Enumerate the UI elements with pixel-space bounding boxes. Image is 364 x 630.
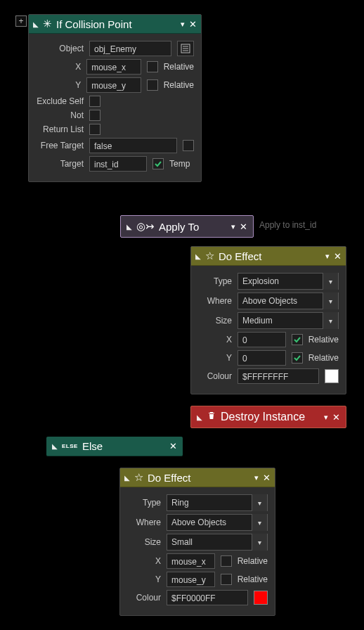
y-input[interactable]: mouse_y	[86, 77, 141, 93]
node-title: Do Effect	[148, 472, 250, 484]
node-apply-to[interactable]: ◣ ◎↣ Apply To ▾ ✕	[120, 215, 254, 238]
exclude-self-checkbox[interactable]	[89, 96, 100, 107]
else-badge-icon: ELSE	[62, 443, 78, 449]
label-colour: Colour	[198, 371, 232, 381]
relative-label: Relative	[238, 574, 268, 584]
chevron-down-icon[interactable]: ▾	[252, 494, 267, 511]
relative-x-label: Relative	[164, 62, 194, 72]
close-icon[interactable]: ✕	[332, 412, 340, 423]
collapse-triangle-icon[interactable]: ◣	[126, 223, 132, 231]
label-colour: Colour	[127, 593, 161, 603]
label-size: Size	[198, 316, 232, 326]
label-type: Type	[127, 498, 161, 508]
node-destroy-instance[interactable]: ◣ Destroy Instance ▾ ✕	[190, 406, 346, 428]
relative-x-checkbox[interactable]	[147, 61, 157, 72]
temp-checkbox[interactable]	[152, 158, 164, 169]
apply-to-icon: ◎↣	[136, 220, 155, 233]
node-if-collision-point[interactable]: ◣ ✳ If Collision Point ▾ ✕ Object obj_En…	[28, 14, 202, 182]
chevron-down-icon[interactable]: ▾	[231, 222, 235, 231]
trash-icon	[207, 411, 216, 423]
collapse-triangle-icon[interactable]: ◣	[195, 252, 201, 260]
star-icon: ☆	[205, 250, 214, 262]
free-target-checkbox[interactable]	[183, 140, 194, 151]
relative-y-checkbox[interactable]	[147, 79, 157, 91]
collapse-triangle-icon[interactable]: ◣	[124, 474, 130, 482]
colour-input[interactable]: $FFFFFFFF	[238, 368, 319, 384]
close-icon[interactable]: ✕	[334, 251, 342, 262]
relative-y-checkbox[interactable]	[221, 574, 232, 585]
colour-swatch[interactable]	[254, 591, 268, 605]
node-title: If Collision Point	[56, 18, 176, 30]
x-input[interactable]: mouse_x	[86, 59, 141, 75]
chevron-down-icon[interactable]: ▾	[324, 413, 328, 422]
label-x: X	[36, 62, 81, 72]
label-x: X	[127, 556, 161, 566]
label-where: Where	[127, 518, 161, 527]
type-select[interactable]: Ring▾	[167, 494, 268, 511]
collapse-triangle-icon[interactable]: ◣	[33, 20, 39, 28]
return-list-checkbox[interactable]	[89, 124, 100, 135]
chevron-down-icon[interactable]: ▾	[252, 514, 267, 531]
object-picker-button[interactable]	[177, 41, 194, 56]
apply-to-side-label: Apply to inst_id	[259, 220, 316, 230]
label-target: Target	[36, 159, 84, 169]
where-select[interactable]: Above Objects▾	[238, 292, 339, 309]
collapse-triangle-icon[interactable]: ◣	[197, 413, 202, 421]
chevron-down-icon[interactable]: ▾	[323, 273, 338, 290]
label-not: Not	[36, 110, 84, 120]
relative-label: Relative	[238, 556, 268, 566]
node-else[interactable]: ◣ ELSE Else ✕	[46, 437, 183, 456]
node-do-effect-2[interactable]: ◣ ☆ Do Effect ▾ ✕ Type Ring▾ Where Above…	[119, 468, 275, 616]
node-title: Apply To	[159, 221, 227, 233]
label-object: Object	[36, 44, 84, 53]
y-input[interactable]: mouse_y	[167, 572, 215, 587]
node-title: Do Effect	[219, 250, 321, 262]
close-icon[interactable]: ✕	[263, 472, 271, 483]
size-select[interactable]: Small▾	[167, 534, 268, 551]
target-input[interactable]: inst_id	[89, 156, 147, 172]
node-title: Else	[82, 440, 165, 452]
relative-x-checkbox[interactable]	[221, 555, 232, 567]
collision-icon: ✳	[43, 18, 52, 30]
collapse-triangle-icon[interactable]: ◣	[52, 442, 58, 450]
size-select[interactable]: Medium▾	[238, 312, 339, 329]
close-icon[interactable]: ✕	[169, 441, 177, 451]
node-title: Destroy Instance	[221, 411, 320, 423]
relative-y-checkbox[interactable]	[292, 352, 303, 364]
label-size: Size	[127, 537, 161, 547]
x-input[interactable]: mouse_x	[167, 553, 215, 569]
where-select[interactable]: Above Objects▾	[167, 514, 268, 531]
label-free-target: Free Target	[36, 141, 84, 150]
node-header[interactable]: ◣ ✳ If Collision Point ▾ ✕	[29, 15, 201, 34]
add-action-button[interactable]: +	[15, 15, 27, 27]
not-checkbox[interactable]	[89, 110, 100, 121]
chevron-down-icon[interactable]: ▾	[252, 534, 267, 551]
chevron-down-icon[interactable]: ▾	[254, 473, 259, 482]
relative-label: Relative	[308, 353, 339, 363]
label-type: Type	[198, 276, 232, 286]
colour-swatch[interactable]	[325, 369, 339, 383]
label-y: Y	[127, 574, 161, 584]
label-y: Y	[198, 353, 232, 363]
chevron-down-icon[interactable]: ▾	[323, 312, 338, 329]
free-target-input[interactable]: false	[89, 138, 177, 153]
type-select[interactable]: Explosion▾	[238, 273, 339, 290]
chevron-down-icon[interactable]: ▾	[325, 252, 330, 261]
star-icon: ☆	[134, 471, 143, 484]
y-input[interactable]: 0	[238, 350, 286, 366]
label-exclude: Exclude Self	[36, 96, 84, 106]
label-y: Y	[36, 80, 81, 90]
x-input[interactable]: 0	[238, 332, 286, 347]
relative-x-checkbox[interactable]	[292, 334, 303, 345]
chevron-down-icon[interactable]: ▾	[181, 20, 185, 29]
object-input[interactable]: obj_Enemy	[89, 41, 171, 56]
temp-label: Temp	[169, 159, 190, 169]
node-do-effect-1[interactable]: ◣ ☆ Do Effect ▾ ✕ Type Explosion▾ Where …	[190, 246, 346, 394]
colour-input[interactable]: $FF0000FF	[167, 590, 248, 605]
chevron-down-icon[interactable]: ▾	[323, 292, 338, 309]
label-x: X	[198, 335, 232, 345]
close-icon[interactable]: ✕	[189, 19, 197, 30]
relative-label: Relative	[308, 335, 339, 345]
close-icon[interactable]: ✕	[240, 221, 247, 232]
relative-y-label: Relative	[164, 80, 194, 90]
